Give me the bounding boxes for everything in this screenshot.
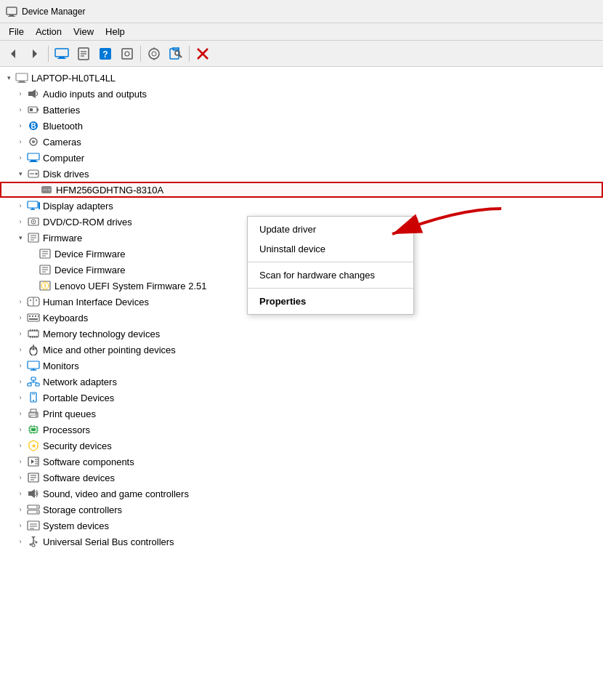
usb-label: Universal Serial Bus controllers <box>43 536 174 547</box>
expand-disk-drives[interactable]: ▾ <box>15 168 26 180</box>
svg-marker-130 <box>31 489 35 498</box>
svg-text:B: B <box>31 122 36 130</box>
expand-processors[interactable]: › <box>15 424 26 435</box>
expand-portable[interactable]: › <box>15 392 26 403</box>
processors-label: Processors <box>43 425 90 435</box>
expand-sound[interactable]: › <box>15 488 26 499</box>
uninstall-device-menu-item[interactable]: Uninstall device <box>248 239 413 259</box>
svg-rect-79 <box>29 318 38 320</box>
expand-display[interactable]: › <box>15 200 26 212</box>
menu-file[interactable]: File <box>3 25 30 39</box>
monitors-icon <box>26 360 41 371</box>
expand-network[interactable]: › <box>15 376 26 387</box>
tree-item-system[interactable]: › System devices <box>0 518 603 534</box>
delete-button[interactable] <box>193 44 213 64</box>
forward-button[interactable] <box>25 44 45 64</box>
update-driver-menu-item[interactable]: Update driver <box>248 220 413 239</box>
tree-item-memory[interactable]: › Memory technology devices <box>0 326 603 342</box>
batteries-label: Batteries <box>43 105 80 116</box>
tree-item-cameras[interactable]: › Cameras <box>0 134 603 150</box>
tree-item-mice[interactable]: › Mice and other pointing devices <box>0 342 603 358</box>
firmware-icon <box>26 232 41 244</box>
tree-item-display[interactable]: › Display adapters <box>0 198 603 214</box>
expand-usb[interactable]: › <box>15 536 26 547</box>
tree-item-monitors[interactable]: › Monitors <box>0 358 603 374</box>
expand-security[interactable]: › <box>15 440 26 451</box>
search-button[interactable] <box>166 44 186 64</box>
scan-hardware-menu-item[interactable]: Scan for hardware changes <box>248 265 413 285</box>
expand-monitors[interactable]: › <box>15 360 26 371</box>
expand-bluetooth[interactable]: › <box>15 120 26 132</box>
disk-drives-icon <box>26 168 41 180</box>
expand-print[interactable]: › <box>15 408 26 419</box>
expand-mice[interactable]: › <box>15 344 26 355</box>
expand-system[interactable]: › <box>15 520 26 531</box>
tree-item-usb[interactable]: › Universal Serial Bus controllers <box>0 534 603 550</box>
svg-rect-40 <box>31 160 36 161</box>
dvd-icon <box>26 216 41 228</box>
expand-firmware[interactable]: ▾ <box>15 232 26 244</box>
expand-hid[interactable]: › <box>15 296 26 307</box>
expand-keyboards[interactable]: › <box>15 312 26 323</box>
tree-item-batteries[interactable]: › Batteries <box>0 102 603 118</box>
tree-item-audio[interactable]: › Audio inputs and outputs <box>0 86 603 102</box>
expand-batteries[interactable]: › <box>15 104 26 116</box>
svg-rect-48 <box>28 201 38 208</box>
software-devices-icon <box>26 472 41 483</box>
menu-action[interactable]: Action <box>30 25 68 39</box>
menu-view[interactable]: View <box>68 25 100 39</box>
batteries-icon <box>26 104 41 116</box>
tree-item-sound[interactable]: › Sound, video and game controllers <box>0 486 603 502</box>
scan-button[interactable] <box>144 44 164 64</box>
expand-root[interactable]: ▾ <box>3 72 15 84</box>
svg-rect-88 <box>36 336 38 338</box>
menu-help[interactable]: Help <box>100 25 131 39</box>
expand-audio[interactable]: › <box>15 88 26 100</box>
tree-item-disk-drives[interactable]: ▾ Disk drives <box>0 166 603 182</box>
tree-item-portable[interactable]: › Portable Devices <box>0 390 603 406</box>
tree-item-bluetooth[interactable]: › B Bluetooth <box>0 118 603 134</box>
help-button[interactable]: ? <box>95 44 116 64</box>
expand-software-devices[interactable]: › <box>15 472 26 483</box>
tree-item-computer[interactable]: › Computer <box>0 150 603 166</box>
svg-point-16 <box>149 49 159 59</box>
properties-menu-item[interactable]: Properties <box>248 291 413 311</box>
svg-rect-14 <box>122 49 132 59</box>
device-manager-button[interactable] <box>52 44 72 64</box>
expand-dvd[interactable]: › <box>15 216 26 228</box>
expand-memory[interactable]: › <box>15 328 26 339</box>
hfm256-label: HFM256GDHTNG-8310A <box>56 185 163 196</box>
hid-icon <box>26 296 41 307</box>
svg-marker-140 <box>31 536 36 539</box>
svg-rect-107 <box>31 415 36 417</box>
svg-rect-82 <box>32 329 33 331</box>
tree-item-network[interactable]: › Network adapters <box>0 374 603 390</box>
tree-root[interactable]: ▾ LAPTOP-HL0TL4LL <box>0 70 603 86</box>
svg-rect-93 <box>28 361 39 369</box>
lenovo-uefi-label: Lenovo UEFI System Firmware 2.51 <box>54 281 207 291</box>
main-content: ▾ LAPTOP-HL0TL4LL › Audio inputs and <box>0 67 603 700</box>
expand-cameras[interactable]: › <box>15 136 26 148</box>
context-menu: Update driver Uninstall device Scan for … <box>247 216 414 315</box>
svg-rect-96 <box>31 377 36 380</box>
drivers-button[interactable] <box>117 44 137 64</box>
tree-item-processors[interactable]: › Processors <box>0 422 603 438</box>
computer-icon <box>26 152 41 164</box>
svg-rect-97 <box>28 383 31 386</box>
svg-rect-84 <box>36 329 38 331</box>
svg-line-101 <box>33 382 38 383</box>
tree-item-security[interactable]: › ★ Security devices <box>0 438 603 454</box>
tree-item-hfm256[interactable]: HFM256GDHTNG-8310A <box>0 182 603 198</box>
tree-item-software-components[interactable]: › Software components <box>0 454 603 470</box>
expand-computer[interactable]: › <box>15 152 26 164</box>
tree-item-print[interactable]: › Print queues <box>0 406 603 422</box>
back-button[interactable] <box>3 44 23 64</box>
tree-item-software-devices[interactable]: › Software devices <box>0 470 603 486</box>
properties-button[interactable] <box>73 44 94 64</box>
expand-software-components[interactable]: › <box>15 456 26 467</box>
tree-item-storage[interactable]: › Storage controllers <box>0 502 603 518</box>
svg-rect-98 <box>36 383 39 386</box>
print-icon <box>26 408 41 419</box>
expand-storage[interactable]: › <box>15 504 26 515</box>
svg-marker-4 <box>33 49 37 58</box>
